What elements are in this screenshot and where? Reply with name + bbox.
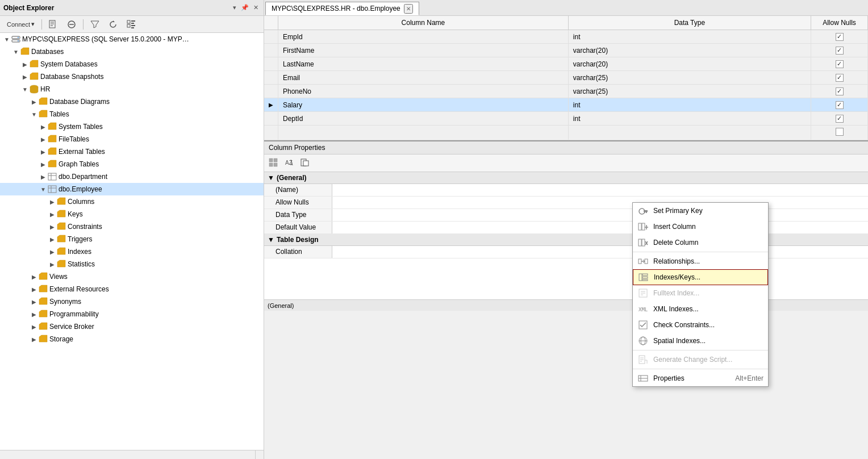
tree-item-views[interactable]: ▶ Views [0, 270, 264, 283]
tree-expand-columns[interactable]: ▶ [48, 197, 57, 206]
tree-expand-department[interactable]: ▶ [39, 172, 48, 181]
tree-expand-tables[interactable]: ▼ [30, 110, 39, 119]
tree-item-db-snapshots[interactable]: ▶ Database Snapshots [0, 70, 264, 83]
prop-toolbar-alpha-btn[interactable]: AZ [282, 156, 297, 170]
tree-expand-system-db[interactable]: ▶ [20, 60, 30, 69]
tree-item-filetables[interactable]: ▶ FileTables [0, 133, 264, 145]
prop-value-defaultvalue[interactable] [332, 222, 868, 233]
tree-item-system-databases[interactable]: ▶ System Databases [0, 58, 264, 70]
cell-name-empty[interactable] [278, 126, 569, 140]
tree-expand-external-resources[interactable]: ▶ [30, 285, 39, 294]
cell-type-email[interactable]: varchar(25) [568, 71, 811, 85]
cell-type-deptid[interactable]: int [568, 112, 811, 126]
tree-item-storage[interactable]: ▶ Storage [0, 333, 264, 345]
tree-expand-diagrams[interactable]: ▶ [30, 97, 39, 106]
panel-pin-btn[interactable]: 📌 [239, 3, 251, 12]
tree-item-db-diagrams[interactable]: ▶ Database Diagrams [0, 95, 264, 108]
tree-item-dbo-employee[interactable]: ▼ dbo.Employee [0, 183, 264, 195]
table-row[interactable]: EmpId int [264, 30, 868, 44]
tree-expand-constraints[interactable]: ▶ [48, 222, 57, 231]
summary-btn[interactable] [123, 18, 139, 31]
cell-null-lastname[interactable] [811, 57, 868, 71]
connect-button[interactable]: Connect ▾ [3, 19, 38, 30]
prop-toolbar-pages-btn[interactable] [298, 156, 312, 170]
tree-expand-programmability[interactable]: ▶ [30, 310, 39, 319]
ctx-item-indexes-keys[interactable]: Indexes/Keys... [633, 269, 768, 285]
ctx-item-relationships[interactable]: Relationships... [633, 253, 768, 269]
tree-item-statistics[interactable]: ▶ Statistics [0, 258, 264, 270]
cell-type-salary[interactable]: int [568, 98, 811, 112]
tree-item-external-resources[interactable]: ▶ External Resources [0, 283, 264, 295]
cell-name-firstname[interactable]: FirstName [278, 44, 569, 57]
tree-expand-storage[interactable]: ▶ [30, 335, 39, 344]
cell-null-email[interactable] [811, 71, 868, 85]
checkbox-firstname[interactable] [836, 47, 844, 55]
tree-item-dbo-department[interactable]: ▶ dbo.Department [0, 170, 264, 183]
prop-toolbar-sort-btn[interactable] [266, 156, 281, 170]
table-row[interactable]: Email varchar(25) [264, 71, 868, 85]
tree-view[interactable]: ▼ MYPC\SQLEXPRESS (SQL Server 15.0.2000 … [0, 33, 264, 450]
cell-null-empid[interactable] [811, 30, 868, 44]
prop-value-datatype[interactable] [332, 209, 868, 221]
tree-item-service-broker[interactable]: ▶ Service Broker [0, 320, 264, 333]
active-tab[interactable]: MYPC\SQLEXPRESS.HR - dbo.Employee ✕ [265, 2, 419, 15]
tree-item-tables[interactable]: ▼ Tables [0, 108, 264, 120]
panel-dropdown-btn[interactable]: ▾ [231, 3, 238, 12]
ctx-item-xml-indexes[interactable]: XML XML Indexes... [633, 301, 768, 317]
tree-item-synonyms[interactable]: ▶ Synonyms [0, 295, 264, 308]
tree-expand-statistics[interactable]: ▶ [48, 260, 57, 269]
tree-expand-indexes[interactable]: ▶ [48, 247, 57, 256]
prop-section-general[interactable]: ▼ (General) [264, 172, 868, 184]
cell-type-empid[interactable]: int [568, 30, 811, 44]
table-row[interactable]: DeptId int [264, 112, 868, 126]
tree-item-external-tables[interactable]: ▶ External Tables [0, 145, 264, 158]
tree-item-graph-tables[interactable]: ▶ Graph Tables [0, 158, 264, 170]
cell-name-lastname[interactable]: LastName [278, 57, 569, 71]
filter-btn[interactable] [87, 18, 103, 31]
checkbox-phoneno[interactable] [836, 87, 844, 95]
panel-close-btn[interactable]: ✕ [252, 3, 260, 12]
tree-expand-server[interactable]: ▼ [2, 35, 11, 44]
cell-null-firstname[interactable] [811, 44, 868, 57]
cell-name-salary[interactable]: Salary [278, 98, 569, 112]
cell-type-lastname[interactable]: varchar(20) [568, 57, 811, 71]
cell-name-email[interactable]: Email [278, 71, 569, 85]
tree-item-triggers[interactable]: ▶ Triggers [0, 233, 264, 245]
tree-item-columns[interactable]: ▶ Columns [0, 195, 264, 208]
ctx-item-properties[interactable]: Properties Alt+Enter [633, 370, 768, 386]
table-row[interactable]: LastName varchar(20) [264, 57, 868, 71]
prop-value-name[interactable] [332, 184, 868, 196]
tree-expand-views[interactable]: ▶ [30, 272, 39, 281]
table-row-selected[interactable]: ▶ Salary int [264, 98, 868, 112]
table-row[interactable]: PhoneNo varchar(25) [264, 85, 868, 98]
prop-value-collation[interactable] [332, 246, 868, 258]
tree-expand-system-tables[interactable]: ▶ [39, 122, 48, 131]
tree-expand-keys[interactable]: ▶ [48, 210, 57, 219]
table-row[interactable]: FirstName varchar(20) [264, 44, 868, 57]
tree-expand-synonyms[interactable]: ▶ [30, 297, 39, 306]
ctx-item-check-constraints[interactable]: Check Constraints... [633, 317, 768, 333]
cell-type-phoneno[interactable]: varchar(25) [568, 85, 811, 98]
tree-expand-databases[interactable]: ▼ [11, 47, 20, 56]
panel-footer-scroll-area[interactable] [0, 450, 256, 459]
cell-null-empty[interactable] [811, 126, 868, 140]
tree-expand-snapshots[interactable]: ▶ [20, 72, 30, 81]
checkbox-salary[interactable] [836, 101, 844, 109]
refresh-btn[interactable] [105, 18, 121, 31]
checkbox-deptid[interactable] [836, 115, 844, 123]
prop-value-allownulls[interactable] [332, 197, 868, 208]
tree-expand-service-broker[interactable]: ▶ [30, 322, 39, 331]
tree-item-indexes[interactable]: ▶ Indexes [0, 245, 264, 258]
ctx-item-delete-column[interactable]: Delete Column [633, 235, 768, 251]
ctx-item-spatial-indexes[interactable]: Spatial Indexes... [633, 333, 768, 349]
ctx-item-set-primary-key[interactable]: Set Primary Key [633, 203, 768, 219]
tree-item-constraints[interactable]: ▶ Constraints [0, 220, 264, 233]
cell-type-empty[interactable] [568, 126, 811, 140]
table-row-empty[interactable] [264, 126, 868, 140]
tree-item-databases[interactable]: ▼ Databases [0, 45, 264, 58]
cell-type-firstname[interactable]: varchar(20) [568, 44, 811, 57]
cell-null-deptid[interactable] [811, 112, 868, 126]
checkbox-empid[interactable] [836, 33, 844, 41]
tree-expand-external-tables[interactable]: ▶ [39, 147, 48, 156]
disconnect-btn[interactable] [64, 18, 80, 31]
